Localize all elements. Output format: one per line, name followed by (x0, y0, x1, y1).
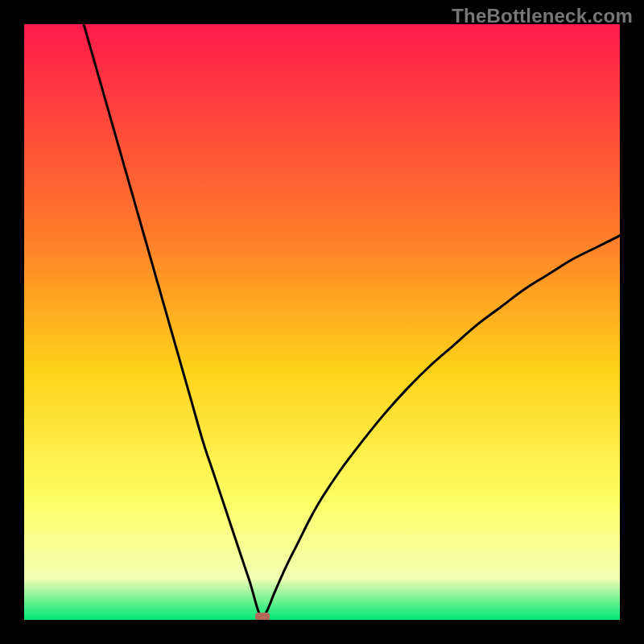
chart-svg (24, 24, 620, 620)
plot-area (24, 24, 620, 620)
vertex-marker (255, 613, 270, 620)
outer-frame: TheBottleneck.com (0, 0, 644, 644)
gradient-background (24, 24, 620, 620)
